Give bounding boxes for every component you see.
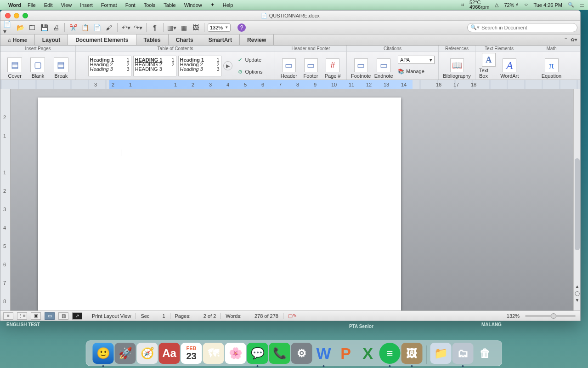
tab-tables[interactable]: Tables xyxy=(136,34,169,45)
undo-button[interactable]: ↶▾ xyxy=(121,23,131,33)
zoom-slider[interactable] xyxy=(525,315,576,317)
redo-button[interactable]: ↷▾ xyxy=(133,23,143,33)
wordart-button[interactable]: AWordArt xyxy=(500,53,520,79)
dock-maps[interactable]: 🗺 xyxy=(203,343,224,364)
vertical-scrollbar[interactable]: ▲ ◯ ▼ xyxy=(573,89,580,310)
pilcrow-button[interactable]: ¶ xyxy=(150,23,160,33)
menu-window[interactable]: Window xyxy=(184,2,202,8)
toc-more-arrow[interactable]: ▶ xyxy=(223,61,232,70)
spotlight-icon[interactable]: 🔍 xyxy=(568,2,574,8)
toc-style-2[interactable]: HEADING 11 HEADING 22 HEADING 3 xyxy=(133,56,176,76)
menu-edit[interactable]: Edit xyxy=(44,2,53,8)
tab-review[interactable]: Review xyxy=(240,34,274,45)
view-print-layout[interactable]: ▭ xyxy=(45,312,55,320)
save-button[interactable]: 💾 xyxy=(39,23,49,33)
dock-folder-1[interactable]: 📁 xyxy=(430,343,452,364)
menu-format[interactable]: Format xyxy=(101,2,117,8)
vertical-ruler[interactable]: 2 1 1 2 3 4 5 6 7 8 xyxy=(0,89,11,310)
equation-button[interactable]: πEquation xyxy=(541,53,563,79)
menu-view[interactable]: View xyxy=(61,2,72,8)
track-changes-icon[interactable]: ▢✎ xyxy=(288,313,297,319)
dock-trash[interactable]: 🗑 xyxy=(475,343,496,364)
view-draft[interactable]: ≡ xyxy=(3,312,13,320)
toc-update-button[interactable]: ✔Update xyxy=(237,55,263,64)
search-input[interactable] xyxy=(481,25,574,30)
toolbox-button[interactable]: ▦ xyxy=(179,23,189,33)
print-button[interactable]: 🖨 xyxy=(51,23,61,33)
page[interactable] xyxy=(38,98,401,310)
dock-facetime[interactable]: 📞 xyxy=(269,343,290,364)
manage-citations-button[interactable]: 📚Manage xyxy=(398,67,435,76)
dock-spotify[interactable]: ≡ xyxy=(379,343,401,364)
view-fullscreen[interactable]: ↗ xyxy=(72,312,82,320)
tab-layout[interactable]: Layout xyxy=(35,34,68,45)
dock-safari[interactable]: 🧭 xyxy=(137,343,158,364)
dock-excel[interactable]: X xyxy=(357,343,379,364)
zoom-slider-knob[interactable] xyxy=(551,313,556,319)
dock-messages[interactable]: 💬 xyxy=(247,343,268,364)
sidebar-button[interactable]: ▥▾ xyxy=(167,23,177,33)
toc-options-button[interactable]: ⚙Options xyxy=(237,67,263,76)
cover-button[interactable]: ▤Cover xyxy=(4,53,25,79)
dock-powerpoint[interactable]: P xyxy=(335,343,356,364)
cut-button[interactable]: ✂️ xyxy=(68,23,78,33)
tab-smartart[interactable]: SmartArt xyxy=(201,34,240,45)
copy-button[interactable]: 📋 xyxy=(80,23,90,33)
dock-finder[interactable]: 🙂 xyxy=(93,343,114,364)
scroll-down-arrow[interactable]: ▼ xyxy=(574,297,580,304)
document-canvas[interactable] xyxy=(11,89,573,310)
view-publish[interactable]: ▣ xyxy=(31,312,41,320)
dock-dictionary[interactable]: Aa xyxy=(159,343,180,364)
evernote-icon[interactable]: ✦ xyxy=(210,2,215,8)
dock-launchpad[interactable]: 🚀 xyxy=(115,343,136,364)
endnote-button[interactable]: ▭Endnote xyxy=(373,53,395,79)
bibliography-button[interactable]: 📖Bibliography xyxy=(442,53,471,79)
view-outline[interactable]: ⋮≡ xyxy=(17,312,27,320)
citation-style-select[interactable]: APA▾ xyxy=(398,56,435,64)
horizontal-ruler[interactable]: 3211234567891011121314161718 xyxy=(0,80,580,89)
footnote-button[interactable]: ▭Footnote xyxy=(351,53,372,79)
text-box-button[interactable]: AText Box xyxy=(479,53,498,79)
collapse-ribbon-icon[interactable]: ⌃ xyxy=(564,37,568,43)
scroll-object-icon[interactable]: ◯ xyxy=(574,290,580,297)
view-notebook[interactable]: ▥ xyxy=(58,312,68,320)
menu-tools[interactable]: Tools xyxy=(144,2,156,8)
new-doc-button[interactable]: 📄▾ xyxy=(3,23,13,33)
media-browser-button[interactable]: 🖼 xyxy=(191,23,201,33)
toc-style-3[interactable]: Heading 11 Heading 22 Heading 33 xyxy=(178,56,221,76)
clock[interactable]: Tue 4:26 PM xyxy=(533,2,562,8)
dropbox-icon[interactable]: ⌗ xyxy=(461,2,464,8)
open-url-button[interactable]: 🗔 xyxy=(27,23,37,33)
page-number-button[interactable]: #Page # xyxy=(322,53,343,79)
dock-preview[interactable]: 🖼 xyxy=(401,343,423,364)
dock-photos[interactable]: 🌸 xyxy=(225,343,246,364)
open-button[interactable]: 📂 xyxy=(15,23,25,33)
format-painter-button[interactable]: 🖌 xyxy=(104,23,114,33)
help-button[interactable]: ? xyxy=(237,23,246,32)
dock-calendar[interactable]: FEB23 xyxy=(181,343,202,364)
dock-folder-2[interactable]: 🗂 xyxy=(452,343,474,364)
ribbon-settings-icon[interactable]: ✿▾ xyxy=(571,37,577,43)
temp-widget[interactable]: 52°C4966rpm xyxy=(469,0,489,10)
break-button[interactable]: ▤Break xyxy=(51,53,72,79)
tab-home[interactable]: ⌂Home xyxy=(0,34,35,45)
titlebar[interactable]: 📄 QUSTIONNAIRE.docx xyxy=(0,11,580,21)
menu-file[interactable]: File xyxy=(28,2,36,8)
gdrive-icon[interactable]: △ xyxy=(495,2,498,8)
tab-document-elements[interactable]: Document Elements xyxy=(68,34,136,45)
scroll-up-arrow[interactable]: ▲ xyxy=(574,283,580,290)
blank-button[interactable]: ▢Blank xyxy=(27,53,48,79)
zoom-select[interactable]: 132%▼ xyxy=(208,23,231,32)
battery-status[interactable]: 72% ⚡︎ xyxy=(504,2,519,8)
menu-help[interactable]: Help xyxy=(223,2,233,8)
dock-word[interactable]: W xyxy=(313,343,334,364)
menu-insert[interactable]: Insert xyxy=(80,2,93,8)
app-name[interactable]: Word xyxy=(8,2,21,8)
header-button[interactable]: ▭Header xyxy=(279,53,299,79)
notification-center-icon[interactable]: ☰ xyxy=(580,2,584,8)
menu-table[interactable]: Table xyxy=(164,2,175,8)
dock-settings[interactable]: ⚙ xyxy=(291,343,312,364)
wifi-icon[interactable]: ⌔ xyxy=(525,2,528,8)
tab-charts[interactable]: Charts xyxy=(169,34,201,45)
menu-font[interactable]: Font xyxy=(125,2,136,8)
